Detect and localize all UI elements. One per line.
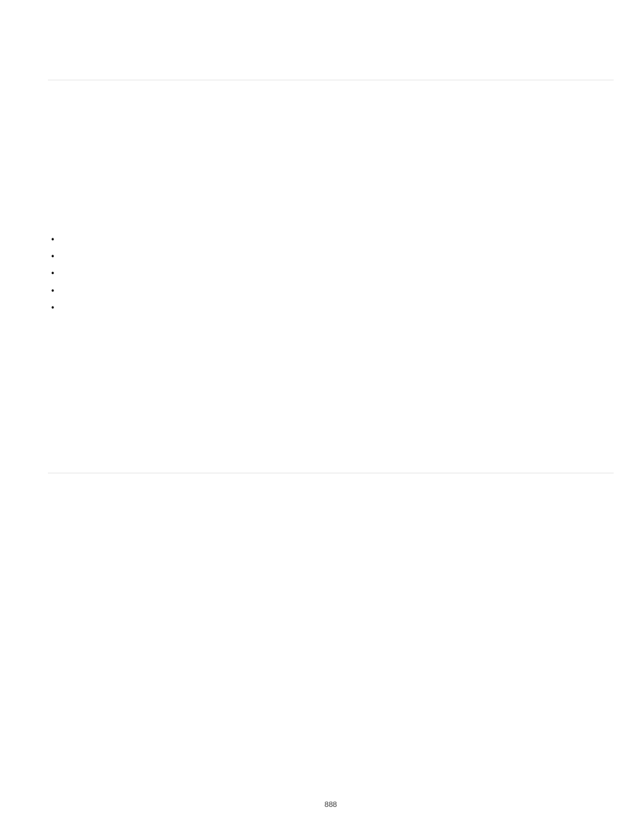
list-item (51, 282, 54, 299)
list-item (51, 299, 54, 316)
document-page: 888 (48, 0, 614, 834)
list-item (51, 265, 54, 282)
page-number: 888 (48, 800, 614, 808)
list-item (51, 248, 54, 265)
list-item (51, 231, 54, 248)
horizontal-rule-bottom (48, 473, 614, 473)
bullet-list (51, 231, 54, 316)
horizontal-rule-top (48, 80, 614, 80)
